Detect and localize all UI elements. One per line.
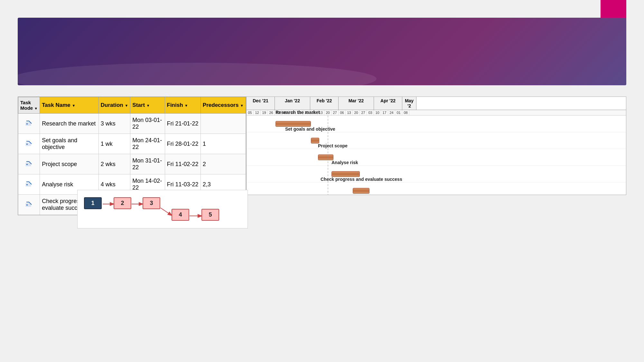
gantt-bar bbox=[275, 121, 311, 127]
task-mode-cell bbox=[18, 114, 40, 134]
gantt-date-cell: 12 bbox=[254, 110, 261, 115]
task-mode-icon bbox=[20, 181, 38, 188]
network-inner: 1 2 3 4 5 bbox=[78, 190, 247, 228]
gantt-date-cell: 17 bbox=[381, 110, 388, 115]
svg-point-7 bbox=[26, 184, 28, 185]
slide-header bbox=[18, 18, 626, 85]
gantt-date-cell: 10 bbox=[374, 110, 381, 115]
gantt-date-cell: 20 bbox=[353, 110, 360, 115]
gantt-bar-label: Research the market bbox=[275, 110, 320, 115]
gantt-month-label: Feb '22 bbox=[310, 97, 339, 110]
gantt-date-cell: 05 bbox=[247, 110, 254, 115]
network-node-3: 3 bbox=[143, 197, 160, 209]
svg-point-1 bbox=[26, 123, 28, 125]
task-start-cell: Mon 31-01-22 bbox=[130, 154, 165, 174]
task-predecessors-cell bbox=[201, 114, 246, 134]
network-node-4: 4 bbox=[172, 209, 189, 221]
task-name-cell: Research the market bbox=[40, 114, 99, 134]
task-duration-cell: 2 wks bbox=[98, 154, 130, 174]
task-duration-cell: 1 wk bbox=[98, 134, 130, 154]
gantt-month-label: Mar '22 bbox=[339, 97, 374, 110]
gantt-date-cell: 26 bbox=[268, 110, 275, 115]
task-start-cell: Mon 24-01-22 bbox=[130, 134, 165, 154]
gantt-date-cell: 01 bbox=[395, 110, 402, 115]
gantt-bar bbox=[353, 188, 369, 194]
col-header-duration[interactable]: Duration ▼ bbox=[98, 97, 130, 114]
task-mode-cell bbox=[18, 174, 40, 195]
gantt-date-cell: 20 bbox=[324, 110, 331, 115]
task-predecessors-cell: 2 bbox=[201, 154, 246, 174]
gantt-bar bbox=[331, 171, 360, 177]
gantt-month-label: May '2 bbox=[402, 97, 416, 110]
col-header-start[interactable]: Start ▼ bbox=[130, 97, 165, 114]
task-finish-cell: Fri 21-01-22 bbox=[165, 114, 201, 134]
gantt-chart: Dec '21Jan '22Feb '22Mar '22Apr '22May '… bbox=[246, 97, 626, 195]
col-header-finish[interactable]: Finish ▼ bbox=[165, 97, 201, 114]
network-node-2: 2 bbox=[114, 197, 131, 209]
gantt-date-cell: 19 bbox=[261, 110, 268, 115]
col-header-name[interactable]: Task Name ▼ bbox=[40, 97, 99, 114]
task-mode-icon bbox=[20, 160, 38, 168]
gantt-date-cell: 27 bbox=[331, 110, 339, 115]
svg-line-12 bbox=[161, 208, 172, 215]
task-mode-cell bbox=[18, 195, 40, 215]
task-name-cell: Set goals and objective bbox=[40, 134, 99, 154]
task-finish-cell: Fri 11-02-22 bbox=[165, 154, 201, 174]
gantt-body: Research the marketSet goals and objecti… bbox=[247, 116, 626, 195]
task-mode-cell bbox=[18, 134, 40, 154]
table-row: Project scope2 wksMon 31-01-22Fri 11-02-… bbox=[18, 154, 246, 174]
network-node-5: 5 bbox=[201, 209, 219, 221]
task-mode-icon bbox=[20, 120, 38, 127]
gantt-row: Set goals and objective bbox=[247, 132, 626, 149]
svg-point-9 bbox=[26, 204, 28, 206]
task-finish-cell: Fri 28-01-22 bbox=[165, 134, 201, 154]
gantt-date-cell: 08 bbox=[402, 110, 409, 115]
gantt-date-cell: 06 bbox=[339, 110, 346, 115]
col-header-predecessors[interactable]: Predecessors ▼ bbox=[201, 97, 246, 114]
task-predecessors-cell: 1 bbox=[201, 134, 246, 154]
gantt-bar-label: Check progress and evaluate success bbox=[321, 177, 402, 182]
svg-point-3 bbox=[26, 144, 28, 145]
gantt-row: Analyse risk bbox=[247, 166, 626, 182]
task-mode-cell bbox=[18, 154, 40, 174]
task-mode-icon bbox=[20, 201, 38, 209]
network-node-1: 1 bbox=[84, 197, 102, 209]
gantt-bar bbox=[311, 138, 319, 144]
gantt-month-label: Apr '22 bbox=[374, 97, 402, 110]
task-start-cell: Mon 03-01-22 bbox=[130, 114, 165, 134]
col-header-mode[interactable]: TaskMode ▼ bbox=[18, 97, 40, 114]
gantt-date-cell: 03 bbox=[367, 110, 374, 115]
table-row: Set goals and objective1 wkMon 24-01-22F… bbox=[18, 134, 246, 154]
gantt-date-cell: 27 bbox=[360, 110, 367, 115]
gantt-date-cell: 24 bbox=[388, 110, 395, 115]
network-arrows-svg bbox=[78, 190, 247, 228]
gantt-row: Check progress and evaluate success bbox=[247, 182, 626, 195]
task-name-cell: Project scope bbox=[40, 154, 99, 174]
gantt-month-label: Dec '21 bbox=[247, 97, 275, 110]
svg-point-5 bbox=[26, 164, 28, 165]
gantt-bar-label: Project scope bbox=[318, 143, 348, 148]
gantt-bar-label: Analyse risk bbox=[331, 160, 358, 165]
gantt-date-cell: 13 bbox=[346, 110, 353, 115]
task-mode-icon bbox=[20, 140, 38, 148]
gantt-row: Project scope bbox=[247, 149, 626, 166]
task-duration-cell: 3 wks bbox=[98, 114, 130, 134]
table-row: Research the market3 wksMon 03-01-22Fri … bbox=[18, 114, 246, 134]
gantt-month-label: Jan '22 bbox=[275, 97, 310, 110]
gantt-bar bbox=[318, 154, 333, 160]
gantt-months-header: Dec '21Jan '22Feb '22Mar '22Apr '22May '… bbox=[247, 97, 626, 110]
network-diagram: 1 2 3 4 5 bbox=[77, 190, 248, 228]
